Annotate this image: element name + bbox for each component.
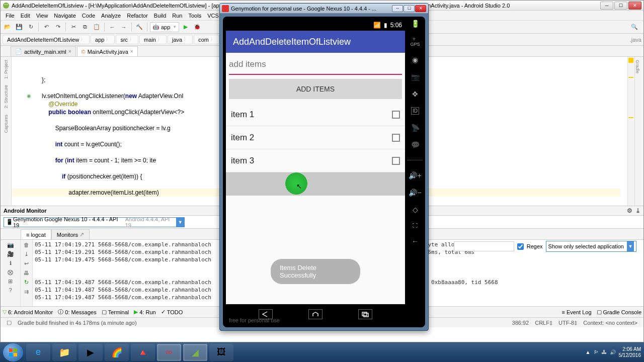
crumb-com[interactable]: com〉 [194,35,219,44]
close-button[interactable]: ✕ [415,5,426,12]
item-checkbox[interactable] [392,157,400,165]
save-icon[interactable]: 💾 [14,22,24,32]
taskbar-chrome[interactable]: 🌈 [105,344,129,361]
minimize-button[interactable]: ─ [600,2,613,10]
pixel-perfect-icon[interactable]: ⛶ [413,223,418,228]
minimize-button[interactable]: ─ [392,5,403,12]
regex-checkbox[interactable] [517,243,524,250]
crumb-project[interactable]: AddAndDeleteItemOfListview〉 [3,35,90,44]
network-widget-icon[interactable]: 📡 [411,124,420,132]
move-widget-icon[interactable]: ✥ [412,90,418,98]
device-combo[interactable]: 📱 Genymotion Google Nexus 10 - 4.4.4 - A… [4,217,185,227]
menu-file[interactable]: File [3,13,18,19]
file-encoding[interactable]: UTF-8‡ [558,320,577,326]
list-item-pressed[interactable]: ↖ [226,172,405,196]
captures-tool-button[interactable]: Captures [4,115,9,133]
project-tool-button[interactable]: 1: Project [4,60,9,79]
tool-event-log[interactable]: ≡Event Log [562,309,592,315]
gps-widget-icon[interactable]: ᯤGPS [410,37,420,47]
settings-icon[interactable]: ⚙ [627,207,632,214]
settings-icon[interactable]: ⇉ [24,289,29,295]
layout-inspector-icon[interactable]: ⊞ [8,278,13,285]
maximize-button[interactable]: ☐ [614,2,627,10]
identifier-widget-icon[interactable]: ID [411,107,419,115]
sync-icon[interactable]: ↻ [26,22,36,32]
override-icon[interactable]: ◉ [27,92,39,100]
tool-gradle-console[interactable]: ▢Gradle Console [597,309,641,315]
tool-terminal[interactable]: ▢Terminal [102,309,129,315]
tray-clock[interactable]: 2:06 AM 5/12/2016 [619,346,641,358]
taskbar-genymotion[interactable]: ∞ [157,344,181,361]
genymotion-titlebar[interactable]: Genymotion for personal use - Google Nex… [220,4,428,14]
add-items-button[interactable]: ADD ITEMS [229,79,402,99]
close-tab-icon[interactable]: × [68,49,71,54]
help-icon[interactable]: ? [9,287,12,293]
tab-logcat[interactable]: ≡logcat [21,229,51,239]
item-checkbox[interactable] [392,134,400,142]
clear-icon[interactable]: 🗑 [24,242,29,248]
gradle-tool-button[interactable]: Gradle [635,60,640,73]
error-stripe[interactable] [627,57,634,206]
taskbar-app[interactable]: 🖼 [209,344,233,361]
run-icon[interactable]: ▶ [181,22,191,32]
hide-icon[interactable]: ⤓ [635,207,640,214]
terminate-icon[interactable]: ⨂ [8,269,13,276]
tray-action-center-icon[interactable]: 🏳 [594,349,599,355]
caret-position[interactable]: 386:92 [512,320,529,326]
menu-view[interactable]: View [33,13,51,19]
tab-monitors[interactable]: Monitors↗ [51,229,90,239]
taskbar-ie[interactable]: e [26,344,50,361]
tab-mainactivity[interactable]: © MainActivity.java × [77,46,138,56]
record-icon[interactable]: 🎥 [7,251,14,257]
menu-tools[interactable]: Tools [185,13,204,19]
line-separator[interactable]: CRLF‡ [535,320,552,326]
volume-down-icon[interactable]: 🔊− [409,189,421,197]
crumb-app[interactable]: app〉 [91,35,115,44]
crumb-main[interactable]: main〉 [139,35,167,44]
back-icon[interactable]: ← [412,237,419,245]
menu-edit[interactable]: Edit [18,13,33,19]
android-screen[interactable]: 📶 ▮ 5:06 AddAndDeleteItemOfListview add … [226,20,405,324]
volume-up-icon[interactable]: 🔊+ [409,171,421,179]
battery-widget-icon[interactable]: 🔋 [411,20,420,28]
camera-widget-icon[interactable]: ◉ [412,56,418,64]
list-item[interactable]: item 3 [226,149,405,172]
tool-messages[interactable]: ⓘ0: Messages [58,308,96,316]
tool-run[interactable]: ▶4: Run [134,309,155,315]
recents-button[interactable] [358,309,372,319]
crumb-java[interactable]: java〉 [168,35,193,44]
taskbar-media[interactable]: ▶ [78,344,103,361]
tab-activity-main[interactable]: 📄 activity_main.xml × [11,46,76,56]
taskbar-explorer[interactable]: 📁 [52,344,76,361]
home-button[interactable] [308,309,323,319]
redo-icon[interactable]: ↷ [53,22,63,32]
taskbar-vlc[interactable]: 🔺 [131,344,155,361]
search-icon[interactable]: 🔍 [629,22,639,32]
cut-icon[interactable]: ✂ [68,22,78,32]
tray-flag-icon[interactable]: ▲ [586,349,591,355]
capture-widget-icon[interactable]: 📷 [411,73,420,81]
system-tray[interactable]: ▲ 🏳 🖧 🔊 2:06 AM 5/12/2016 [586,346,643,358]
close-button[interactable]: ✕ [628,2,641,10]
system-info-icon[interactable]: ℹ [10,260,12,266]
paste-icon[interactable]: 📋 [92,22,102,32]
debug-icon[interactable]: 🐞 [192,22,202,32]
context-label[interactable]: Context: <no context> [583,320,637,326]
android-status-bar[interactable]: 📶 ▮ 5:06 [226,20,405,31]
undo-icon[interactable]: ↶ [41,22,51,32]
item-checkbox[interactable] [392,111,400,119]
menu-analyze[interactable]: Analyze [98,13,124,19]
screenshot-icon[interactable]: 📷 [7,242,14,248]
rotate-icon[interactable]: ◇ [413,206,418,214]
list-item[interactable]: item 2 [226,126,405,149]
restart-icon[interactable]: ↻ [24,279,29,286]
back-icon[interactable]: ← [107,22,117,32]
tray-network-icon[interactable]: 🖧 [602,349,607,355]
menu-code[interactable]: Code [79,13,98,19]
menu-navigate[interactable]: Navigate [51,13,78,19]
analysis-status-icon[interactable] [628,58,633,63]
maximize-button[interactable]: ☐ [404,5,415,12]
genymotion-window[interactable]: Genymotion for personal use - Google Nex… [219,3,429,331]
print-icon[interactable]: 🖶 [24,270,29,276]
start-button[interactable] [3,343,23,361]
